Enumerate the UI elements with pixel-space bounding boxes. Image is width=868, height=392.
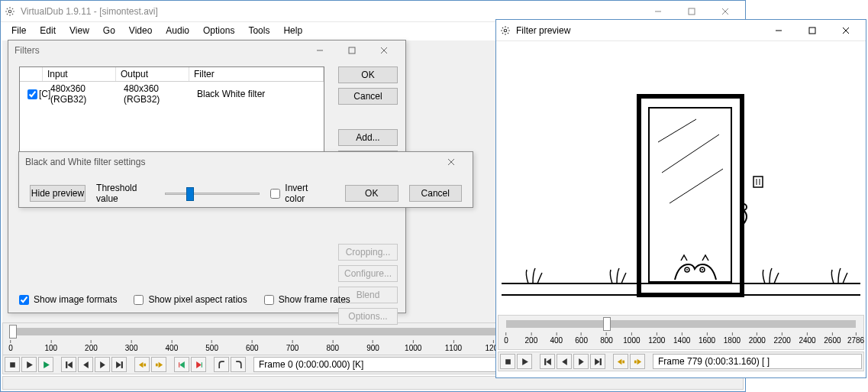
preview-timeline-ruler[interactable]: 0200400600800100012001400160018002000220…: [498, 315, 864, 350]
cancel-button[interactable]: Cancel: [338, 88, 398, 105]
key-prev-button[interactable]: [134, 357, 150, 372]
svg-marker-60: [637, 358, 641, 364]
menu-file[interactable]: File: [5, 24, 32, 37]
bw-cancel-button[interactable]: Cancel: [409, 185, 463, 202]
col-check[interactable]: [20, 67, 43, 81]
svg-point-44: [686, 269, 688, 271]
svg-rect-33: [498, 43, 864, 313]
preview-key-next-button[interactable]: [630, 354, 645, 369]
preview-minimize-button[interactable]: [762, 20, 795, 41]
main-title: VirtualDub 1.9.11 - [simontest.avi]: [21, 6, 641, 17]
show-frame-rates-check[interactable]: Show frame rates: [264, 294, 350, 305]
col-filter[interactable]: Filter: [189, 67, 324, 81]
step-back-button[interactable]: [78, 357, 93, 372]
svg-marker-17: [158, 361, 163, 367]
svg-rect-56: [599, 358, 601, 365]
cropping-button[interactable]: Cropping...: [338, 244, 398, 261]
menu-audio[interactable]: Audio: [160, 24, 195, 37]
menu-view[interactable]: View: [63, 24, 95, 37]
preview-stop-button[interactable]: [500, 354, 515, 369]
invert-color-check[interactable]: Invert color: [270, 183, 324, 204]
bw-close-button[interactable]: [436, 154, 466, 170]
options-button[interactable]: Options...: [338, 308, 398, 325]
svg-marker-53: [562, 358, 567, 365]
hide-preview-button[interactable]: Hide preview: [30, 185, 86, 202]
menu-help[interactable]: Help: [277, 24, 308, 37]
preview-maximize-button[interactable]: [795, 20, 829, 41]
svg-rect-13: [121, 361, 122, 368]
preview-transport-bar: Frame 779 (0:00:31.160) [ ]: [498, 352, 864, 371]
menu-video[interactable]: Video: [123, 24, 158, 37]
bw-dialog-title: Black and White filter settings: [19, 152, 473, 172]
stop-button[interactable]: [5, 357, 20, 372]
scan-next-button[interactable]: [191, 357, 206, 372]
preview-go-start-button[interactable]: [540, 354, 555, 369]
step-fwd-button[interactable]: [95, 357, 110, 372]
threshold-slider[interactable]: [165, 186, 260, 201]
preview-step-fwd-button[interactable]: [573, 354, 589, 369]
preview-image: [498, 43, 864, 313]
row-enabled-checkbox[interactable]: [27, 89, 37, 99]
menu-go[interactable]: Go: [97, 24, 121, 37]
mark-in-button[interactable]: [214, 357, 229, 372]
threshold-slider-thumb[interactable]: [186, 187, 194, 201]
ok-button[interactable]: OK: [338, 66, 398, 83]
preview-step-back-button[interactable]: [557, 354, 572, 369]
svg-marker-54: [579, 358, 584, 365]
table-row[interactable]: [C] 480x360 (RGB32) 480x360 (RGB32) Blac…: [20, 82, 324, 106]
svg-marker-11: [100, 361, 105, 368]
svg-marker-12: [116, 361, 121, 368]
go-start-button[interactable]: [61, 357, 76, 372]
menu-options[interactable]: Options: [197, 24, 240, 37]
configure-button[interactable]: Configure...: [338, 265, 398, 282]
svg-point-28: [504, 29, 507, 32]
col-input[interactable]: Input: [43, 67, 116, 81]
main-timeline-thumb[interactable]: [9, 325, 17, 339]
preview-close-button[interactable]: [829, 20, 863, 41]
filters-minimize-button[interactable]: [305, 42, 335, 59]
preview-go-end-button[interactable]: [590, 354, 605, 369]
play-output-button[interactable]: [38, 357, 53, 372]
preview-canvas: [498, 43, 864, 313]
bw-ok-button[interactable]: OK: [345, 185, 399, 202]
filters-dialog-title: Filters: [8, 40, 405, 60]
svg-rect-2: [689, 8, 695, 15]
svg-marker-6: [27, 361, 33, 368]
preview-frame-status: Frame 779 (0:00:31.160) [ ]: [653, 354, 862, 369]
svg-marker-18: [179, 361, 185, 368]
svg-rect-5: [10, 362, 15, 368]
row-filter: Black White filter: [192, 89, 321, 99]
svg-marker-50: [522, 358, 528, 365]
scan-prev-button[interactable]: [174, 357, 189, 372]
menu-tools[interactable]: Tools: [242, 24, 276, 37]
show-image-formats-check[interactable]: Show image formats: [19, 294, 117, 305]
svg-marker-20: [196, 361, 202, 368]
app-icon: [4, 5, 16, 18]
show-pixel-aspect-check[interactable]: Show pixel aspect ratios: [134, 294, 247, 305]
svg-point-45: [702, 269, 703, 271]
col-output[interactable]: Output: [116, 67, 189, 81]
svg-marker-9: [67, 361, 73, 368]
svg-rect-21: [201, 362, 202, 368]
filters-view-options: Show image formats Show pixel aspect rat…: [19, 294, 350, 305]
play-input-button[interactable]: [21, 357, 37, 372]
filters-maximize-button[interactable]: [337, 42, 367, 59]
preview-title: Filter preview: [516, 25, 762, 36]
preview-timeline-thumb[interactable]: [603, 317, 611, 331]
filters-table-header: Input Output Filter: [20, 67, 324, 82]
preview-key-prev-button[interactable]: [613, 354, 628, 369]
mark-out-button[interactable]: [231, 357, 246, 372]
svg-marker-57: [617, 358, 621, 364]
preview-play-button[interactable]: [517, 354, 532, 369]
key-next-button[interactable]: [151, 357, 166, 372]
filters-close-button[interactable]: [369, 42, 399, 59]
add-button[interactable]: Add...: [338, 129, 398, 146]
row-output: 480x360 (RGB32): [119, 83, 192, 105]
svg-rect-8: [66, 361, 67, 368]
svg-rect-19: [179, 362, 179, 368]
menu-edit[interactable]: Edit: [34, 24, 62, 37]
svg-rect-58: [622, 360, 624, 363]
svg-marker-52: [546, 358, 551, 365]
svg-rect-23: [349, 47, 355, 53]
go-end-button[interactable]: [111, 357, 127, 372]
